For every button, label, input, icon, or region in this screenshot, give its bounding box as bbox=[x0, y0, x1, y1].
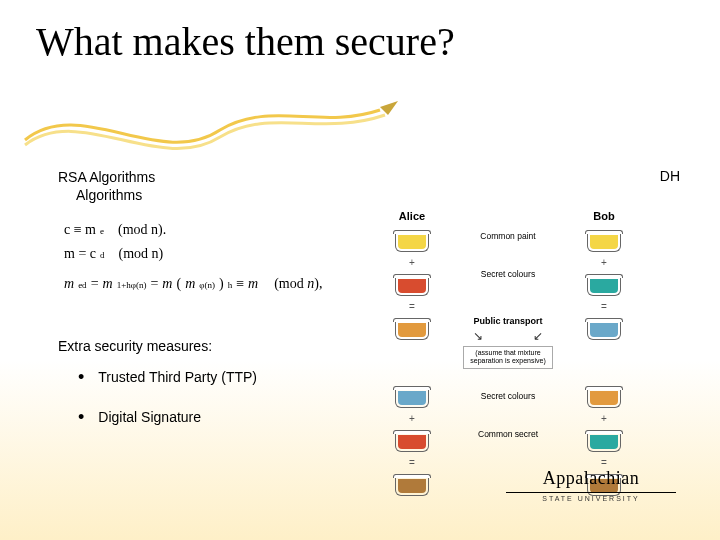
equals-icon: = bbox=[601, 458, 607, 468]
plus-icon: + bbox=[409, 258, 415, 268]
formula-encrypt: c ≡ me (mod n). bbox=[64, 218, 322, 242]
beaker-bob-secret2 bbox=[587, 430, 621, 452]
logo-subtext: STATE UNIVERSITY bbox=[506, 495, 676, 502]
dh-paint-diagram: Alice + = + = Common paint Secret colour… bbox=[378, 210, 638, 496]
rsa-line2: Algorithms bbox=[76, 186, 155, 204]
alice-column: Alice + = + = bbox=[378, 210, 446, 496]
equals-icon: = bbox=[601, 302, 607, 312]
formula-proof: med = m1+hφ(n) = m(mφ(n))h ≡ m (mod n), bbox=[64, 272, 322, 296]
beaker-common-alice bbox=[395, 230, 429, 252]
list-item: Digital Signature bbox=[78, 408, 257, 426]
dh-middle-labels: Common paint Secret colours Public trans… bbox=[453, 210, 563, 439]
list-item: Trusted Third Party (TTP) bbox=[78, 368, 257, 386]
extra-security-heading: Extra security measures: bbox=[58, 338, 212, 354]
logo-text: Appalachian bbox=[543, 468, 639, 488]
bob-label: Bob bbox=[593, 210, 614, 222]
bob-column: Bob + = + = bbox=[570, 210, 638, 496]
beaker-from-bob bbox=[395, 386, 429, 408]
beaker-common-bob bbox=[587, 230, 621, 252]
plus-icon: + bbox=[409, 414, 415, 424]
equals-icon: = bbox=[409, 458, 415, 468]
extra-security-list: Trusted Third Party (TTP) Digital Signat… bbox=[78, 368, 257, 448]
transport-note: (assume that mixture separation is expen… bbox=[463, 346, 553, 369]
beaker-bob-mix bbox=[587, 318, 621, 340]
bullet-ttp: Trusted Third Party (TTP) bbox=[98, 369, 257, 385]
alice-label: Alice bbox=[399, 210, 425, 222]
label-secret-colours: Secret colours bbox=[481, 269, 535, 279]
beaker-alice-secret2 bbox=[395, 430, 429, 452]
university-logo: Appalachian STATE UNIVERSITY bbox=[506, 468, 676, 502]
dh-heading: DH bbox=[660, 168, 680, 184]
plus-icon: + bbox=[601, 258, 607, 268]
rsa-formulas: c ≡ me (mod n). m = cd (mod n) med = m1+… bbox=[64, 218, 322, 295]
label-secret-colours2: Secret colours bbox=[481, 391, 535, 401]
label-common-secret: Common secret bbox=[478, 429, 538, 439]
swoosh-graphic bbox=[20, 85, 420, 165]
beaker-from-alice bbox=[587, 386, 621, 408]
rsa-line1: RSA Algorithms bbox=[58, 168, 155, 186]
beaker-bob-secret bbox=[587, 274, 621, 296]
rsa-heading: RSA Algorithms Algorithms bbox=[58, 168, 155, 204]
bullet-signature: Digital Signature bbox=[98, 409, 201, 425]
beaker-alice-mix bbox=[395, 318, 429, 340]
plus-icon: + bbox=[601, 414, 607, 424]
exchange-arrows: ↘↙ bbox=[473, 329, 543, 343]
beaker-alice-secret bbox=[395, 274, 429, 296]
label-public-transport: Public transport bbox=[473, 316, 542, 326]
equals-icon: = bbox=[409, 302, 415, 312]
logo-rule bbox=[506, 492, 676, 493]
beaker-final-alice bbox=[395, 474, 429, 496]
slide-title: What makes them secure? bbox=[36, 18, 455, 65]
formula-decrypt: m = cd (mod n) bbox=[64, 242, 322, 266]
label-common-paint: Common paint bbox=[480, 231, 535, 241]
